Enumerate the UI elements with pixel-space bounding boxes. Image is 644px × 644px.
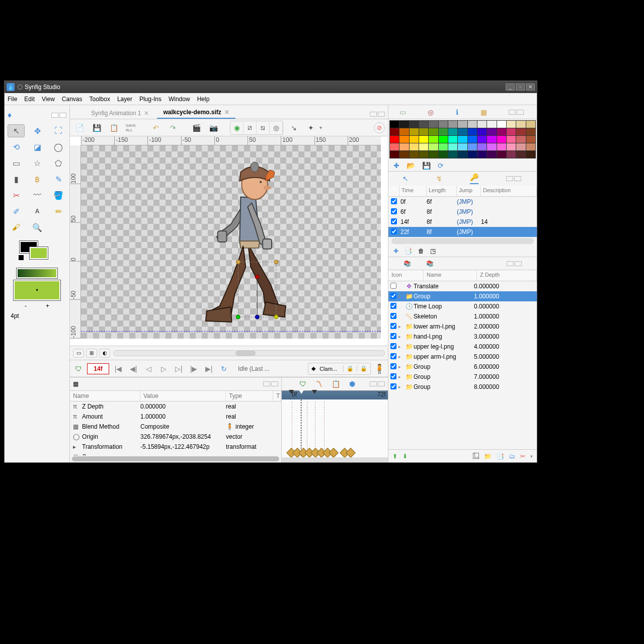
param-row[interactable]: ▦Blend MethodComposite🧍integer (70, 422, 281, 432)
panel-handle[interactable] (370, 112, 377, 117)
params-tab-icon[interactable]: ▦ (73, 380, 78, 387)
panel-handle[interactable] (514, 176, 521, 181)
clamp-button[interactable]: ◆Clam... (308, 365, 344, 372)
panel-handle[interactable] (506, 176, 513, 181)
document-tab[interactable]: walkcycle-demo.sifz✕ (157, 107, 235, 119)
brush-minus[interactable]: - (25, 302, 27, 309)
layer-row[interactable]: ▸📁hand-l.png3.000000 (388, 332, 537, 342)
layer-row[interactable]: ▸📁Group7.000000 (388, 372, 537, 382)
scale-tool[interactable]: ⛶ (50, 124, 67, 137)
palette-swatch[interactable] (429, 151, 438, 158)
layer-visible-checkbox[interactable] (390, 293, 396, 299)
maximize-button[interactable]: ▫ (516, 84, 525, 91)
palette-swatch[interactable] (468, 151, 477, 158)
panel-handle[interactable] (507, 261, 514, 266)
palette-swatch[interactable] (526, 143, 535, 150)
text-tool[interactable]: A (29, 205, 46, 218)
palette-swatch[interactable] (458, 128, 467, 135)
panel-handle[interactable] (378, 381, 385, 386)
timeline-marker[interactable] (289, 390, 294, 394)
current-frame-input[interactable] (87, 363, 109, 374)
palette-swatch[interactable] (410, 143, 419, 150)
menu-layer[interactable]: Layer (117, 96, 132, 103)
palette-swatch[interactable] (410, 121, 419, 128)
layer-new-button[interactable]: 📁 (484, 453, 492, 460)
palette-swatch[interactable] (399, 143, 409, 150)
palette-swatch[interactable] (448, 136, 457, 143)
circle-tool[interactable]: ◯ (50, 140, 67, 153)
undo-button[interactable]: ↶ (149, 121, 163, 134)
mirror-tool[interactable]: ◪ (29, 140, 46, 153)
palette-swatch[interactable] (399, 128, 409, 135)
onion-skin-icon[interactable]: ⧅ (257, 121, 270, 134)
timeline-body[interactable] (282, 399, 388, 462)
palette-swatch[interactable] (497, 136, 506, 143)
layer-row[interactable]: ✥Translate0.000000 (388, 281, 537, 291)
kf-header-length[interactable]: Length (427, 186, 457, 196)
palette-swatch[interactable] (439, 121, 448, 128)
palette-swatch[interactable] (487, 143, 496, 150)
kf-header-time[interactable]: Time (399, 186, 427, 196)
timeline-hscrollbar[interactable] (282, 457, 388, 462)
palette-swatch[interactable] (429, 121, 438, 128)
layer-visible-checkbox[interactable] (390, 333, 396, 339)
layer-up-button[interactable]: ⬆ (392, 453, 397, 460)
layer-visible-checkbox[interactable] (390, 373, 396, 379)
viewport[interactable] (81, 145, 381, 339)
seek-start-button[interactable]: |◀ (112, 363, 124, 375)
layer-row[interactable]: ▸📁upper arm-l.png5.000000 (388, 352, 537, 362)
menu-canvas[interactable]: Canvas (62, 96, 83, 103)
layer-visible-checkbox[interactable] (390, 313, 396, 319)
history-tab-icon[interactable]: 📋 (332, 380, 340, 388)
palette-swatch[interactable] (458, 136, 467, 143)
palette-swatch[interactable] (497, 151, 506, 158)
zoom-tool[interactable]: 🔍 (29, 221, 46, 234)
skeleton-mode-icon[interactable]: 🧍 (374, 363, 385, 374)
rotate-tool[interactable]: ⟲ (8, 140, 25, 153)
layer-row[interactable]: ▸📁Group6.000000 (388, 362, 537, 372)
brush-plus[interactable]: + (46, 302, 49, 309)
menu-toolbox[interactable]: Toolbox (90, 96, 110, 103)
palette-swatch[interactable] (448, 121, 457, 128)
kf-header-jump[interactable]: Jump (457, 186, 481, 196)
kf-dup-button[interactable]: 📑 (405, 248, 412, 255)
palette-swatch[interactable] (410, 151, 419, 158)
palette-swatch[interactable] (507, 151, 516, 158)
ruler-vertical[interactable]: 100500-50-100 (70, 145, 81, 339)
zoom-slider-handle[interactable]: ◐ (99, 349, 110, 358)
menu-edit[interactable]: Edit (24, 96, 35, 103)
keyframe-strip[interactable] (289, 449, 354, 456)
param-row[interactable]: πAmount1.000000real (70, 412, 281, 422)
palette-swatch[interactable] (516, 151, 525, 158)
palette-swatch[interactable] (507, 121, 516, 128)
layer-encap-button[interactable]: 🗂 (509, 453, 515, 460)
keyframe-row[interactable]: 14f8f(JMP)14 (388, 217, 537, 227)
menu-window[interactable]: Window (169, 96, 190, 103)
seek-next-kf-button[interactable]: |▶ (188, 363, 200, 375)
param-row[interactable]: πZ Depth0.000000real (70, 401, 281, 412)
gradient-preview[interactable] (17, 268, 57, 278)
palette-swatch[interactable] (458, 151, 467, 158)
layer-row[interactable]: ▸📁upper leg-l.png4.000000 (388, 342, 537, 352)
layer-visible-checkbox[interactable] (390, 353, 396, 359)
layer-cut-button[interactable]: ✂ (520, 453, 525, 460)
kf-add-button[interactable]: ✚ (393, 248, 398, 255)
menu-help[interactable]: Help (197, 96, 210, 103)
layer-visible-checkbox[interactable] (390, 283, 396, 289)
sets-tab-icon[interactable]: ⬢ (349, 380, 355, 388)
timeline-marker[interactable] (312, 390, 317, 394)
palette-swatch[interactable] (487, 136, 496, 143)
palette-swatch[interactable] (419, 128, 428, 135)
spline-tool[interactable]: ฿ (29, 173, 46, 186)
palette-swatch[interactable] (419, 136, 428, 143)
keyframe-row[interactable]: 6f8f(JMP) (388, 207, 537, 217)
param-row[interactable]: ▸Transformation-5.15894px,-122.467942ptr… (70, 442, 281, 452)
tab-close-icon[interactable]: ✕ (224, 109, 229, 116)
ruler-horizontal[interactable]: -200-150-100-50050100150200 (81, 136, 381, 145)
palette-swatch[interactable] (468, 121, 477, 128)
keyframe-row[interactable]: 22f8f(JMP) (388, 227, 537, 237)
palette-swatch[interactable] (487, 151, 496, 158)
param-row[interactable]: ◯Origin326.789674px,-2038.8254vector (70, 432, 281, 442)
layer-row[interactable]: ▸📁lower arm-l.png2.000000 (388, 321, 537, 332)
save-button[interactable]: 💾 (90, 121, 103, 134)
